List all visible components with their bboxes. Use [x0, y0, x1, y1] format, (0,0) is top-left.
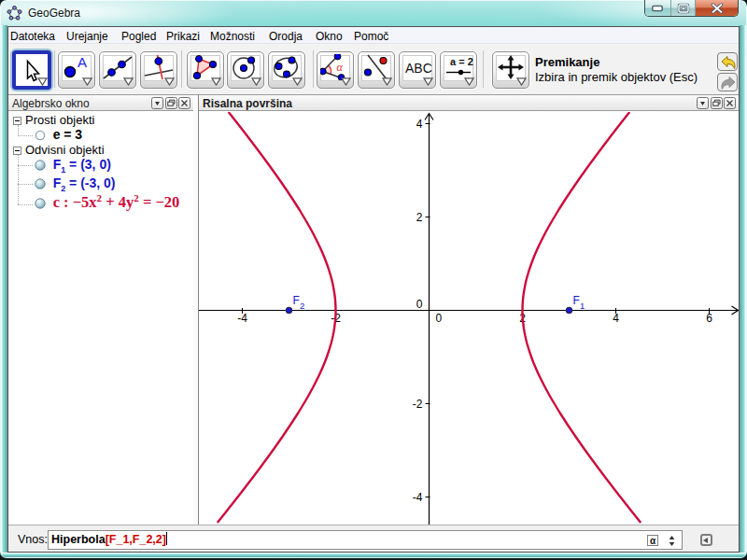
svg-text:F: F — [293, 294, 300, 307]
svg-text:2: 2 — [300, 301, 304, 311]
svg-text:2: 2 — [416, 211, 423, 224]
svg-text:α: α — [337, 61, 344, 74]
svg-text:-4: -4 — [413, 491, 423, 504]
svg-text:1: 1 — [580, 301, 585, 311]
svg-text:4: 4 — [416, 118, 423, 131]
svg-text:-2: -2 — [413, 398, 423, 411]
svg-text:0: 0 — [416, 298, 423, 311]
svg-text:F: F — [573, 294, 580, 307]
svg-text:6: 6 — [706, 312, 712, 325]
svg-text:A: A — [78, 54, 87, 70]
svg-text:-4: -4 — [237, 312, 247, 325]
svg-text:4: 4 — [613, 312, 619, 325]
svg-text:ABC: ABC — [405, 61, 432, 76]
svg-text:0: 0 — [436, 312, 443, 325]
svg-text:a = 2: a = 2 — [450, 56, 473, 67]
